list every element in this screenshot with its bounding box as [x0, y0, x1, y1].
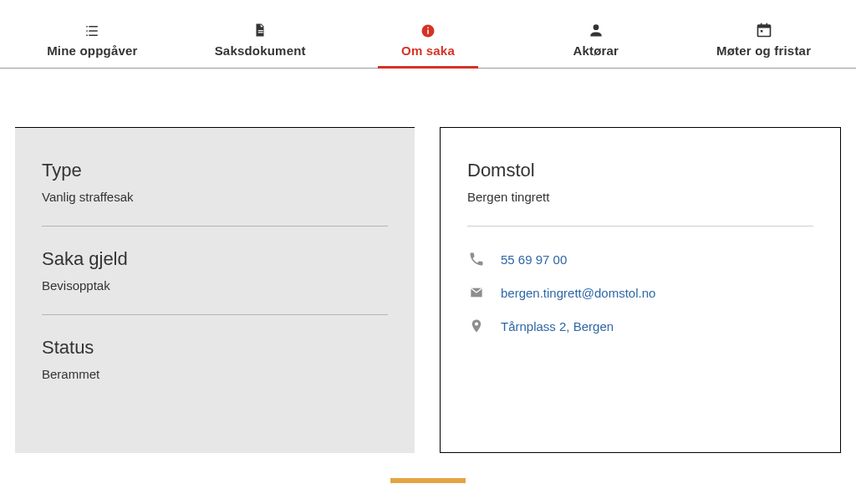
- court-phone-row: 55 69 97 00: [467, 250, 813, 268]
- info-circle-icon: [420, 23, 436, 38]
- svg-rect-16: [760, 30, 762, 33]
- footer-accent-bar: [390, 478, 466, 483]
- person-icon: [588, 22, 604, 38]
- svg-point-11: [593, 24, 599, 30]
- svg-rect-13: [757, 25, 770, 28]
- divider: [42, 314, 388, 315]
- tab-label: Møter og fristar: [716, 43, 811, 58]
- type-value: Vanlig straffesak: [42, 190, 388, 204]
- status-heading: Status: [42, 337, 388, 359]
- case-info-card: Type Vanlig straffesak Saka gjeld Beviso…: [15, 127, 415, 453]
- concerns-value: Bevisopptak: [42, 278, 388, 293]
- tab-label: Saksdokument: [215, 43, 306, 58]
- tab-saksdokument[interactable]: Saksdokument: [176, 18, 344, 68]
- tab-mine-oppgaver[interactable]: Mine oppgåver: [8, 18, 176, 68]
- status-value: Berammet: [42, 367, 388, 381]
- svg-rect-10: [427, 28, 429, 29]
- court-email-link[interactable]: bergen.tingrett@domstol.no: [501, 286, 655, 300]
- divider: [467, 226, 813, 227]
- type-heading: Type: [42, 160, 388, 181]
- court-address-row: Tårnplass 2, Bergen: [467, 317, 813, 335]
- svg-rect-6: [258, 30, 263, 31]
- court-card: Domstol Bergen tingrett 55 69 97 00 berg…: [440, 127, 841, 453]
- tab-label: Aktørar: [573, 43, 619, 58]
- location-pin-icon: [467, 317, 486, 335]
- concerns-heading: Saka gjeld: [42, 248, 388, 270]
- svg-rect-4: [87, 35, 89, 37]
- phone-icon: [467, 250, 486, 268]
- svg-rect-0: [87, 26, 89, 28]
- tab-om-saka[interactable]: Om saka: [344, 18, 512, 68]
- tab-bar: Mine oppgåver Saksdokument Om saka Aktør…: [0, 18, 856, 69]
- svg-rect-2: [87, 30, 89, 32]
- svg-rect-5: [89, 35, 99, 37]
- court-heading: Domstol: [467, 160, 813, 181]
- court-phone-link[interactable]: 55 69 97 00: [501, 252, 567, 267]
- court-name: Bergen tingrett: [467, 190, 813, 204]
- tab-moter-og-fristar[interactable]: Møter og fristar: [680, 18, 848, 68]
- svg-rect-1: [89, 26, 99, 28]
- svg-rect-14: [760, 23, 762, 26]
- tab-label: Mine oppgåver: [47, 43, 137, 58]
- court-email-row: bergen.tingrett@domstol.no: [467, 283, 813, 302]
- calendar-icon: [756, 22, 772, 38]
- tab-aktorar[interactable]: Aktørar: [512, 18, 680, 68]
- tab-label: Om saka: [401, 43, 455, 58]
- svg-rect-9: [427, 30, 429, 34]
- email-icon: [467, 283, 486, 302]
- court-contact-list: 55 69 97 00 bergen.tingrett@domstol.no T…: [467, 250, 813, 335]
- divider: [42, 226, 388, 227]
- svg-rect-15: [766, 23, 767, 26]
- court-address-link[interactable]: Tårnplass 2, Bergen: [501, 319, 614, 333]
- svg-rect-3: [89, 30, 99, 32]
- document-icon: [252, 22, 268, 38]
- svg-rect-7: [258, 32, 263, 33]
- content-area: Type Vanlig straffesak Saka gjeld Beviso…: [0, 69, 856, 478]
- list-icon: [83, 23, 101, 38]
